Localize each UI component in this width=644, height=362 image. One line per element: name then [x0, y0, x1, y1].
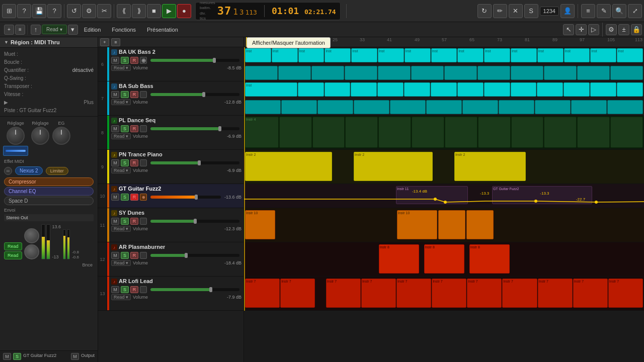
fader-13[interactable]	[150, 288, 239, 291]
clip-9-3[interactable]: Instr 2	[454, 152, 526, 181]
rec-11[interactable]: R	[130, 218, 138, 225]
clip-11-4[interactable]	[466, 210, 494, 239]
scissors-btn[interactable]: ✂	[97, 4, 111, 18]
clip-6-10[interactable]: Inst	[484, 48, 510, 62]
clip-13-11[interactable]: Instr 7	[608, 279, 643, 308]
clip-13-3[interactable]: Instr 7	[326, 279, 361, 308]
clip-8-3[interactable]	[312, 117, 345, 148]
reglage2-knob[interactable]	[31, 127, 49, 145]
solo-10[interactable]: S	[121, 194, 129, 201]
solo-9[interactable]: S	[121, 159, 129, 166]
clip-7b-4[interactable]	[354, 100, 389, 114]
plus-row[interactable]: ▶ Plus	[4, 98, 94, 106]
s-btn[interactable]: S	[524, 4, 538, 18]
clip-9-2[interactable]: Instr 2	[354, 152, 433, 181]
clip-12-3[interactable]: Instr 8	[469, 244, 510, 274]
rec-8[interactable]: R	[130, 125, 138, 132]
clip-7-8[interactable]	[457, 82, 484, 97]
fader-8[interactable]	[150, 127, 239, 130]
clip-7-9[interactable]	[484, 82, 510, 97]
marquee-tool[interactable]: ▷	[588, 24, 599, 35]
read-btn-2[interactable]: Read	[4, 251, 22, 259]
plus-minus-btn[interactable]: ±	[618, 24, 629, 35]
clip-7b-9[interactable]	[535, 100, 571, 114]
read-6[interactable]: Read ▾	[111, 65, 131, 71]
edit-btn[interactable]: ✎	[597, 4, 611, 18]
play-btn[interactable]: ▶	[162, 4, 176, 18]
clip-13-2[interactable]: Instr 7	[280, 279, 315, 308]
midi-6[interactable]: ⊕	[140, 57, 147, 64]
clip-7-11[interactable]	[537, 82, 563, 97]
rec-9[interactable]: R	[130, 159, 138, 166]
clip-8-4[interactable]	[345, 117, 378, 148]
fader-knob[interactable]	[24, 228, 39, 243]
clip-7-2[interactable]	[298, 82, 324, 97]
clip-6-11[interactable]: Inst	[511, 48, 537, 62]
clip-6-7[interactable]: Inst	[405, 48, 431, 62]
clip-7-12[interactable]	[564, 82, 590, 97]
read-btn-1[interactable]: Read	[4, 242, 22, 250]
solo-8[interactable]: S	[121, 125, 129, 132]
space-d-chip[interactable]: Space D	[4, 197, 94, 205]
clip-8-11[interactable]	[577, 117, 610, 148]
clip-6-15[interactable]: Inst	[617, 48, 643, 62]
clip-7b-1[interactable]	[245, 100, 281, 114]
cross-btn[interactable]: ✕	[509, 4, 523, 18]
clip-12-1[interactable]: Instr 8	[379, 244, 419, 274]
midi-12[interactable]	[140, 252, 147, 259]
limiter-chip[interactable]: Limiter	[46, 167, 68, 175]
clip-6b-3[interactable]	[311, 66, 344, 80]
clip-6-1[interactable]: Inst	[245, 48, 271, 62]
clip-7-3[interactable]	[325, 82, 351, 97]
midi-7[interactable]	[140, 91, 147, 98]
read-8[interactable]: Read ▾	[111, 133, 131, 139]
clip-6-3[interactable]: Inst	[298, 48, 325, 62]
reglage-slider[interactable]	[6, 150, 26, 152]
rewind-btn[interactable]: ⟪	[117, 4, 131, 18]
pencil-btn[interactable]: ✏	[493, 4, 507, 18]
chevron-down-btn[interactable]: ▾	[68, 25, 78, 35]
clip-6b-8[interactable]	[477, 66, 510, 80]
clip-6-2[interactable]: Inst	[272, 48, 298, 62]
menu-edition[interactable]: Edition	[79, 25, 106, 34]
clip-12-2[interactable]: Instr 8	[424, 244, 464, 274]
info-btn[interactable]: ?	[47, 4, 61, 18]
read-12[interactable]: Read ▾	[111, 260, 131, 266]
read-7[interactable]: Read ▾	[111, 99, 131, 105]
master-fader[interactable]	[24, 228, 39, 259]
menu-fonctions[interactable]: Fonctions	[107, 25, 141, 34]
forward-btn[interactable]: ⟫	[132, 4, 146, 18]
fader-7[interactable]	[150, 93, 239, 96]
grid-btn[interactable]: ⊞	[2, 4, 16, 18]
clip-8-8[interactable]	[478, 117, 511, 148]
clip-6-4[interactable]: Inst	[325, 48, 351, 62]
clip-6-8[interactable]: Inst	[431, 48, 457, 62]
clip-7-13[interactable]	[590, 82, 616, 97]
clip-7-1[interactable]: Inst	[245, 82, 297, 97]
clip-7-5[interactable]	[377, 82, 404, 97]
clip-8-2[interactable]	[279, 117, 312, 148]
m-btn-right[interactable]: M	[71, 353, 79, 360]
solo-12[interactable]: S	[121, 252, 129, 259]
mute-8[interactable]: M	[111, 125, 119, 132]
clip-11-3[interactable]	[438, 210, 465, 239]
solo-11[interactable]: S	[121, 218, 129, 225]
clip-6-9[interactable]: Inst	[457, 48, 484, 62]
eg-knob[interactable]	[52, 127, 70, 145]
cross-tool[interactable]: ✛	[576, 24, 587, 35]
cursor-tool[interactable]: ↖	[563, 24, 574, 35]
m-btn[interactable]: M	[3, 353, 11, 360]
solo-6[interactable]: S	[121, 57, 129, 64]
clip-7b-7[interactable]	[462, 100, 498, 114]
clip-6b-1[interactable]	[245, 66, 278, 80]
clip-8-10[interactable]	[544, 117, 577, 148]
clip-6b-7[interactable]	[444, 66, 477, 80]
clip-13-9[interactable]: Instr 7	[538, 279, 573, 308]
clip-6b-12[interactable]	[610, 66, 643, 80]
mute-6[interactable]: M	[111, 57, 119, 64]
clip-10-instr11[interactable]: Instr 11	[396, 186, 468, 204]
clip-11-1[interactable]: Instr 10	[245, 210, 275, 239]
read-9[interactable]: Read ▾	[111, 167, 131, 173]
clip-6-6[interactable]: Inst	[378, 48, 404, 62]
clip-7b-2[interactable]	[281, 100, 317, 114]
